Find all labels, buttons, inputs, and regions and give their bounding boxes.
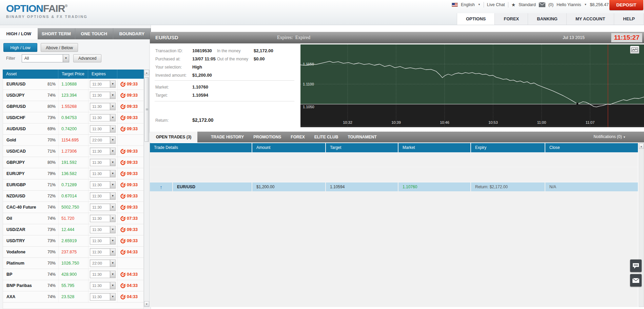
nav-tab-help[interactable]: HELP — [614, 13, 644, 25]
expiry-select[interactable]: 11:30 ▼ — [90, 192, 116, 200]
dropdown-arrow-icon: ▼ — [110, 249, 115, 255]
nav-tab-banking[interactable]: BANKING — [528, 13, 566, 25]
expiry-select[interactable]: 11:30 ▼ — [90, 215, 116, 222]
asset-row[interactable]: USD/CHF 73% 0.94753 11:30 ▼ 09:33 — [3, 112, 143, 123]
mail-icon[interactable] — [539, 2, 545, 7]
nav-tab-forex[interactable]: FOREX — [494, 13, 528, 25]
in-the-money-value: $2,172.00 — [254, 48, 273, 53]
chart-type-button[interactable] — [630, 46, 639, 54]
expiry-select[interactable]: 11:30 ▼ — [90, 148, 116, 155]
expiry-select[interactable]: 11:30 ▼ — [90, 237, 116, 245]
expiry-select[interactable]: 11:30 ▼ — [90, 271, 116, 278]
expiry-select[interactable]: 11:30 ▼ — [90, 181, 116, 189]
expiry-select[interactable]: 11:30 ▼ — [90, 103, 116, 110]
expiry-select[interactable]: 11:30 ▼ — [90, 282, 116, 289]
language-selector[interactable]: English — [461, 2, 475, 7]
contact-mail-float-button[interactable] — [630, 274, 642, 287]
asset-row[interactable]: CAC-40 Future 74% 5002.750 11:30 ▼ 09:33 — [3, 202, 143, 213]
asset-row[interactable]: AUD/USD 69% 0.74200 11:30 ▼ 09:33 — [3, 123, 143, 135]
expiry-select[interactable]: 11:30 ▼ — [90, 159, 116, 166]
expiry-select[interactable]: 11:30 ▼ — [90, 114, 116, 121]
language-flag-icon — [452, 3, 458, 7]
expiry-select[interactable]: 11:30 ▼ — [90, 125, 116, 133]
advanced-button[interactable]: Advanced — [73, 54, 101, 62]
asset-row[interactable]: USD/ZAR 73% 12.444 11:30 ▼ 09:33 — [3, 224, 143, 235]
tab-short-term[interactable]: SHORT TERM — [38, 28, 76, 39]
live-chat-float-button[interactable] — [630, 259, 642, 272]
asset-target-price: 0.67014 — [59, 194, 77, 198]
nav-tab-options[interactable]: OPTIONS — [457, 13, 495, 25]
scroll-up-icon[interactable]: ▲ — [144, 70, 149, 75]
notifications-toggle[interactable]: Notifications (0) ▼ — [593, 134, 626, 139]
asset-row[interactable]: BNP Paribas 74% 55.795 11:30 ▼ 04:33 — [3, 280, 143, 291]
tab-elite-club[interactable]: ELITE CLUB — [314, 135, 338, 139]
asset-row[interactable]: Oil 74% 51.720 11:30 ▼ 07:33 — [3, 213, 143, 224]
expiry-select[interactable]: 11:30 ▼ — [90, 293, 116, 301]
countdown-timer: 09:33 — [118, 227, 138, 232]
asset-row[interactable]: NZD/USD 72% 0.67014 11:30 ▼ 09:33 — [3, 191, 143, 202]
expiry-select-value: 11:30 — [90, 205, 110, 209]
trade-asset: EUR/USD — [172, 182, 252, 191]
nav-tab-my-account[interactable]: MY ACCOUNT — [566, 13, 614, 25]
asset-row[interactable]: EUR/GBP 71% 0.71289 11:30 ▼ 09:33 — [3, 179, 143, 191]
scrollbar-thumb[interactable] — [144, 77, 149, 142]
open-trade-row[interactable]: ↑ EUR/USD $1,200.00 1.10594 1.10760 Retu… — [150, 182, 638, 191]
chart-canvas[interactable]: 1.11501.11001.105010:3210:3910:4610:5311… — [300, 44, 644, 127]
tab-trade-history[interactable]: TRADE HISTORY — [211, 135, 244, 139]
asset-row[interactable]: BP 74% 428.900 11:30 ▼ 04:33 — [3, 269, 143, 280]
asset-row[interactable]: GBP/JPY 80% 191.592 11:30 ▼ 09:33 — [3, 157, 143, 168]
asset-row[interactable]: Platinum 70% 1026.750 22:00 ▼ — [3, 258, 143, 269]
tab-high-low[interactable]: HIGH / LOW — [0, 28, 38, 39]
expiry-select[interactable]: 11:30 ▼ — [90, 170, 116, 177]
tab-boundary[interactable]: BOUNDARY — [113, 28, 151, 39]
user-greeting[interactable]: Hello Yiannis — [557, 2, 581, 7]
account-tier-label: Standard — [519, 2, 536, 7]
dropdown-arrow-icon: ▼ — [110, 137, 115, 143]
asset-target-price: 1.55268 — [59, 104, 77, 109]
asset-row[interactable]: AXA 74% 23.528 11:30 ▼ 04:33 — [3, 291, 143, 303]
dropdown-arrow-icon: ▼ — [110, 282, 115, 289]
col-market: Market — [398, 143, 470, 152]
expiry-select-value: 11:30 — [90, 250, 110, 254]
mail-count[interactable]: (0) — [548, 2, 553, 7]
mode-above-below-button[interactable]: Above / Below — [41, 43, 78, 52]
expiry-select[interactable]: 11:30 ▼ — [90, 226, 116, 233]
expiry-select[interactable]: 11:30 ▼ — [90, 92, 116, 99]
expiry-select-value: 11:30 — [90, 82, 110, 86]
expiry-select[interactable]: 11:30 ▼ — [90, 204, 116, 211]
asset-row[interactable]: GBP/USD 80% 1.55268 11:30 ▼ 09:33 — [3, 101, 143, 112]
asset-row[interactable]: EUR/USD 81% 1.10688 11:30 ▼ 09:33 — [3, 79, 143, 90]
dropdown-arrow-icon[interactable]: ▼ — [63, 55, 69, 62]
expiry-select[interactable]: 22:00 ▼ — [90, 136, 116, 144]
countdown-timer: 09:33 — [118, 194, 138, 199]
scroll-down-icon[interactable]: ▼ — [144, 301, 149, 307]
countdown-timer: 09:33 — [118, 171, 138, 176]
asset-row[interactable]: EUR/JPY 79% 136.582 11:30 ▼ 09:33 — [3, 168, 143, 179]
tab-promotions[interactable]: PROMOTIONS — [253, 135, 281, 139]
live-chat-link[interactable]: Live Chat — [487, 2, 505, 7]
countdown-clock-icon — [120, 238, 125, 244]
asset-row[interactable]: USD/TRY 73% 2.65919 11:30 ▼ 09:33 — [3, 235, 143, 247]
asset-name: NZD/USD — [3, 194, 47, 198]
tier-star-icon: ★ — [511, 2, 516, 7]
mode-high-low-button[interactable]: High / Low — [3, 43, 37, 52]
expiry-select[interactable]: 22:00 ▼ — [90, 259, 116, 267]
asset-row[interactable]: USD/CAD 71% 1.27306 11:30 ▼ 09:33 — [3, 146, 143, 157]
filter-select[interactable]: All ▼ — [22, 54, 69, 62]
deposit-button[interactable]: DEPOSIT — [609, 0, 643, 10]
asset-row[interactable]: Vodafone 70% 237.875 11:30 ▼ 04:33 — [3, 247, 143, 258]
tab-forex[interactable]: FOREX — [291, 135, 305, 139]
expiry-select[interactable]: 11:30 ▼ — [90, 248, 116, 256]
asset-payout: 71% — [47, 149, 58, 154]
tab-one-touch[interactable]: ONE TOUCH — [75, 28, 113, 39]
scroll-up-icon[interactable]: ▲ — [639, 143, 644, 149]
asset-row[interactable]: USD/JPY 74% 123.394 11:30 ▼ 09:33 — [3, 90, 143, 101]
asset-payout: 74% — [47, 93, 58, 98]
tab-open-trades[interactable]: OPEN TRADES (3) — [150, 132, 197, 142]
tab-tournament[interactable]: TOURNAMENT — [348, 135, 376, 139]
expiry-select[interactable]: 11:30 ▼ — [90, 80, 116, 88]
market-value: 1.10760 — [192, 84, 208, 90]
sidebar-scrollbar[interactable]: ▲ ▼ — [144, 70, 150, 307]
asset-row[interactable]: Gold 70% 1154.695 22:00 ▼ — [3, 135, 143, 146]
asset-name: EUR/GBP — [3, 182, 47, 187]
